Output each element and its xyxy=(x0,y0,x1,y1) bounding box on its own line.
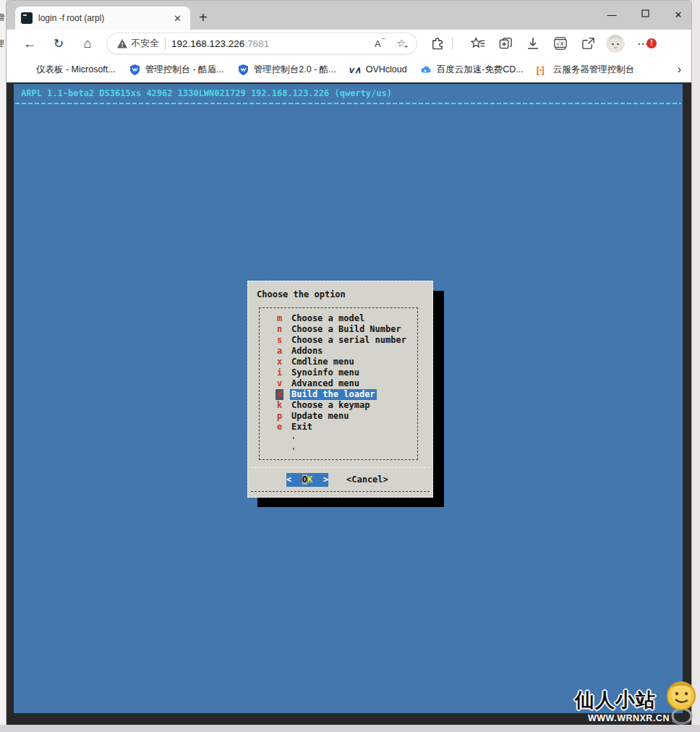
minimize-button[interactable]: — xyxy=(601,9,623,20)
downloads-icon[interactable] xyxy=(525,37,541,50)
site-watermark: 仙人小站 WWW.WRNXR.CN xyxy=(575,686,694,729)
bookmark-label: 仪表板 - Microsoft... xyxy=(36,64,116,76)
menu-item-label: Addons xyxy=(290,346,324,357)
menu-item-shortcut: a xyxy=(276,346,283,357)
terminal-header-line: ARPL 1.1-beta2 DS3615xs 42962 1330LWN021… xyxy=(21,88,392,98)
collections-icon[interactable] xyxy=(498,37,513,51)
microsoft-logo-icon xyxy=(20,64,32,76)
not-secure-warning-icon xyxy=(117,39,127,48)
bookmark-label: 百度云加速-免费CD... xyxy=(437,64,524,76)
url-port: :7681 xyxy=(244,38,269,49)
menu-item-shortcut: x xyxy=(276,357,283,367)
address-bar-actions: A⌒ ☆＋ xyxy=(375,37,411,50)
dialog-menu-item[interactable]: v Advanced menu xyxy=(260,378,417,389)
background-window-right-sliver xyxy=(692,0,700,732)
dialog-menu-item[interactable]: e Exit xyxy=(260,422,417,433)
notification-badge: ! xyxy=(646,38,657,48)
dialog-menu-list: m Choose a model n Choose a Build Number… xyxy=(259,307,418,460)
bookmark-item[interactable]: v∧ OVHcloud xyxy=(349,64,407,76)
dialog-title: Choose the option xyxy=(257,289,346,299)
tab-close-icon[interactable]: ✕ xyxy=(171,13,184,24)
dialog-menu-item[interactable]: n Choose a Build Number xyxy=(260,324,417,335)
close-button[interactable]: ✕ xyxy=(667,9,689,20)
choose-option-dialog: Choose the option m Choose a model n Cho… xyxy=(247,281,433,498)
menu-item-shortcut: m xyxy=(276,313,283,324)
ok-button[interactable]: < OK > xyxy=(286,473,328,487)
menu-item-label: Advanced menu xyxy=(290,378,361,389)
menu-item-shortcut: e xyxy=(276,422,283,433)
address-bar[interactable]: 不安全 192.168.123.226:7681 A⌒ ☆＋ xyxy=(106,33,417,54)
background-text-fragment: 增 xyxy=(0,12,4,24)
menu-item-label: Update menu xyxy=(290,411,350,422)
navigation-toolbar: ← ↻ ⌂ 不安全 192.168.123.226:7681 A⌒ ☆＋ xyxy=(7,30,691,57)
menu-item-label: Choose a keymap xyxy=(290,400,371,411)
dialog-menu-item[interactable]: a Addons xyxy=(260,346,417,357)
dialog-menu-item[interactable]: m Choose a model xyxy=(260,313,417,324)
menu-item-shortcut: s xyxy=(276,335,283,346)
menu-item-label: Synoinfo menu xyxy=(290,367,361,378)
url-text[interactable]: 192.168.123.226:7681 xyxy=(171,38,269,49)
math-solver-icon[interactable]: √x xyxy=(552,37,568,50)
dialog-menu-item[interactable]: x Cmdline menu xyxy=(260,357,417,367)
bookmark-label: 管理控制台 - 酷盾... xyxy=(145,64,224,76)
bookmark-item[interactable]: [-] 云服务器管理控制台 xyxy=(537,64,635,76)
bookmark-item[interactable]: 仪表板 - Microsoft... xyxy=(20,64,116,76)
background-text-fragment: 理 xyxy=(0,38,4,50)
bookmark-item[interactable]: 百度云加速-免费CD... xyxy=(420,64,524,76)
dialog-menu-item[interactable]: s Choose a serial number xyxy=(260,335,417,346)
terminal-favicon-icon xyxy=(21,12,33,24)
new-tab-button[interactable]: + xyxy=(199,10,208,25)
maximize-button[interactable] xyxy=(634,9,656,19)
home-button[interactable]: ⌂ xyxy=(77,36,98,51)
profile-avatar[interactable] xyxy=(606,34,625,53)
bookmarks-overflow-chevron-icon[interactable]: › xyxy=(678,63,681,76)
button-separator-line xyxy=(251,467,430,468)
menu-item-shortcut: i xyxy=(276,367,283,378)
menu-item-label: Choose a serial number xyxy=(290,335,408,346)
dialog-menu-item[interactable]: p Update menu xyxy=(260,411,417,422)
add-favorite-icon[interactable]: ☆＋ xyxy=(397,37,406,50)
maximize-icon xyxy=(641,9,649,17)
menu-item-label: Cmdline menu xyxy=(290,357,356,367)
divider xyxy=(452,38,453,49)
dialog-menu-item[interactable]: i Synoinfo menu xyxy=(260,367,417,378)
more-menu-icon[interactable]: ⋯ ! xyxy=(633,37,652,51)
bookmarks-bar: 仪表板 - Microsoft... 管理控制台 - 酷盾... 管理控制台2.… xyxy=(7,57,691,82)
refresh-button[interactable]: ↻ xyxy=(48,36,69,51)
dialog-bottom-line xyxy=(251,491,430,492)
menu-item-label: Build the loader xyxy=(290,389,377,400)
menu-item-shortcut: n xyxy=(276,324,283,335)
back-button[interactable]: ← xyxy=(20,36,40,51)
ovhcloud-logo-icon: v∧ xyxy=(349,64,362,76)
bookmark-label: 云服务器管理控制台 xyxy=(553,64,635,76)
window-bottom-strip xyxy=(0,725,700,732)
dialog-menu-item[interactable]: k Choose a keymap xyxy=(260,400,417,411)
ok-cursor: O xyxy=(302,474,307,485)
menu-item-shortcut: k xyxy=(276,400,283,411)
menu-item-label: Choose a model xyxy=(290,313,366,324)
cancel-button[interactable]: <Cancel> xyxy=(346,473,388,487)
extensions-icon[interactable] xyxy=(429,37,445,51)
menu-item-label: Choose a Build Number xyxy=(290,324,403,335)
cloud-icon xyxy=(420,64,432,76)
bookmark-item[interactable]: 管理控制台2.0 - 酷... xyxy=(237,64,336,76)
menu-item-shortcut: v xyxy=(276,378,283,389)
browser-tab[interactable]: login -f root (arpl) ✕ xyxy=(15,7,190,30)
shield-icon xyxy=(129,64,141,76)
divider xyxy=(165,38,166,49)
read-aloud-icon[interactable]: A⌒ xyxy=(375,38,387,49)
titlebar: login -f root (arpl) ✕ + — ✕ xyxy=(7,1,691,30)
not-secure-label[interactable]: 不安全 xyxy=(131,37,159,50)
shield-icon xyxy=(237,64,249,76)
menu-item-label: Exit xyxy=(290,422,314,433)
favorites-icon[interactable] xyxy=(470,37,486,50)
svg-text:√x: √x xyxy=(557,40,564,47)
share-icon[interactable] xyxy=(580,37,596,51)
bookmark-label: 管理控制台2.0 - 酷... xyxy=(254,64,336,76)
url-host: 192.168.123.226 xyxy=(171,38,244,49)
bookmark-item[interactable]: 管理控制台 - 酷盾... xyxy=(129,64,224,76)
plus-badge: ＋ xyxy=(403,42,409,51)
tab-title: login -f root (arpl) xyxy=(38,13,171,23)
terminal-separator-line xyxy=(15,103,681,104)
dialog-menu-item[interactable]: d Build the loader xyxy=(260,389,417,400)
